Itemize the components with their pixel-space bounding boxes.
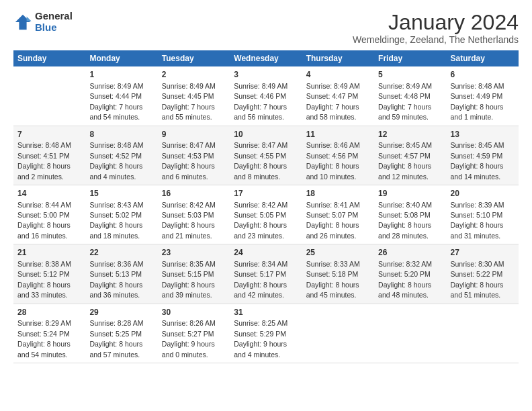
- sunset: Sunset: 5:18 PM: [306, 270, 359, 278]
- sunrise: Sunrise: 8:43 AM: [89, 201, 143, 209]
- sunset: Sunset: 5:10 PM: [451, 211, 503, 219]
- week-row-3: 14Sunrise: 8:44 AMSunset: 5:00 PMDayligh…: [13, 185, 519, 244]
- main-title: January 2024: [353, 11, 519, 34]
- day-number: 10: [234, 129, 298, 140]
- sunrise: Sunrise: 8:45 AM: [451, 141, 504, 149]
- day-number: 31: [234, 307, 298, 318]
- sunrise: Sunrise: 8:49 AM: [306, 82, 360, 90]
- cell-w5-d5: [302, 304, 374, 363]
- svg-marker-1: [27, 16, 32, 21]
- cell-w2-d6: 12Sunrise: 8:45 AMSunset: 4:57 PMDayligh…: [374, 126, 446, 185]
- day-number: 6: [451, 69, 515, 81]
- sunrise: Sunrise: 8:44 AM: [17, 201, 71, 209]
- sunset: Sunset: 5:13 PM: [89, 270, 142, 278]
- week-row-5: 28Sunrise: 8:29 AMSunset: 5:24 PMDayligh…: [13, 304, 519, 363]
- cell-w2-d3: 9Sunrise: 8:47 AMSunset: 4:53 PMDaylight…: [158, 126, 230, 185]
- day-number: 15: [89, 188, 153, 199]
- cell-w2-d7: 13Sunrise: 8:45 AMSunset: 4:59 PMDayligh…: [447, 126, 519, 185]
- daylight: Daylight: 7 hours and 56 minutes.: [234, 103, 287, 121]
- sunrise: Sunrise: 8:35 AM: [162, 260, 216, 268]
- week-row-1: 1Sunrise: 8:49 AMSunset: 4:44 PMDaylight…: [13, 66, 519, 126]
- col-saturday: Saturday: [447, 50, 519, 66]
- daylight: Daylight: 8 hours and 1 minute.: [451, 103, 504, 121]
- sunset: Sunset: 5:29 PM: [234, 330, 286, 338]
- day-number: 11: [306, 129, 370, 140]
- sunrise: Sunrise: 8:47 AM: [234, 141, 287, 149]
- daylight: Daylight: 7 hours and 54 minutes.: [89, 103, 142, 121]
- col-thursday: Thursday: [302, 50, 374, 66]
- cell-w4-d1: 21Sunrise: 8:38 AMSunset: 5:12 PMDayligh…: [13, 244, 85, 304]
- sunset: Sunset: 4:45 PM: [162, 92, 214, 100]
- sunrise: Sunrise: 8:49 AM: [162, 82, 216, 90]
- daylight: Daylight: 8 hours and 18 minutes.: [89, 221, 142, 239]
- sunrise: Sunrise: 8:33 AM: [306, 260, 360, 268]
- sunset: Sunset: 4:52 PM: [89, 152, 142, 160]
- week-row-2: 7Sunrise: 8:48 AMSunset: 4:51 PMDaylight…: [13, 126, 519, 185]
- sunset: Sunset: 4:51 PM: [17, 152, 70, 160]
- daylight: Daylight: 8 hours and 14 minutes.: [451, 162, 504, 180]
- day-number: 9: [162, 129, 226, 140]
- daylight: Daylight: 8 hours and 45 minutes.: [306, 281, 359, 299]
- day-number: 7: [17, 129, 81, 140]
- daylight: Daylight: 8 hours and 33 minutes.: [17, 281, 71, 299]
- cell-w1-d7: 6Sunrise: 8:48 AMSunset: 4:49 PMDaylight…: [447, 66, 519, 126]
- day-number: 13: [451, 129, 515, 140]
- day-number: 8: [89, 129, 153, 140]
- sunset: Sunset: 5:17 PM: [234, 270, 286, 278]
- daylight: Daylight: 8 hours and 12 minutes.: [378, 162, 431, 180]
- cell-w3-d2: 15Sunrise: 8:43 AMSunset: 5:02 PMDayligh…: [85, 185, 157, 244]
- cell-w3-d7: 20Sunrise: 8:39 AMSunset: 5:10 PMDayligh…: [447, 185, 519, 244]
- sunset: Sunset: 4:48 PM: [378, 92, 431, 100]
- col-wednesday: Wednesday: [230, 50, 302, 66]
- cell-w5-d7: [447, 304, 519, 363]
- cell-w1-d4: 3Sunrise: 8:49 AMSunset: 4:46 PMDaylight…: [230, 66, 302, 126]
- day-number: 18: [306, 188, 370, 199]
- sunset: Sunset: 4:47 PM: [306, 92, 359, 100]
- cell-w5-d4: 31Sunrise: 8:25 AMSunset: 5:29 PMDayligh…: [230, 304, 302, 363]
- cell-w2-d2: 8Sunrise: 8:48 AMSunset: 4:52 PMDaylight…: [85, 126, 157, 185]
- day-number: 30: [162, 307, 226, 318]
- daylight: Daylight: 8 hours and 21 minutes.: [162, 221, 215, 239]
- daylight: Daylight: 8 hours and 54 minutes.: [17, 340, 71, 358]
- daylight: Daylight: 8 hours and 39 minutes.: [162, 281, 215, 299]
- sunrise: Sunrise: 8:49 AM: [378, 82, 432, 90]
- page: General Blue January 2024 Wemeldinge, Ze…: [0, 0, 532, 370]
- sunrise: Sunrise: 8:29 AM: [17, 319, 71, 327]
- col-tuesday: Tuesday: [158, 50, 230, 66]
- logo: General Blue: [13, 11, 73, 33]
- col-monday: Monday: [85, 50, 157, 66]
- sunrise: Sunrise: 8:39 AM: [451, 201, 504, 209]
- day-number: 28: [17, 307, 81, 318]
- header-row: Sunday Monday Tuesday Wednesday Thursday…: [13, 50, 519, 66]
- daylight: Daylight: 8 hours and 42 minutes.: [234, 281, 287, 299]
- sunrise: Sunrise: 8:32 AM: [378, 260, 432, 268]
- cell-w3-d6: 19Sunrise: 8:40 AMSunset: 5:08 PMDayligh…: [374, 185, 446, 244]
- sunset: Sunset: 5:15 PM: [162, 270, 214, 278]
- sunrise: Sunrise: 8:45 AM: [378, 141, 432, 149]
- day-number: 1: [89, 69, 153, 81]
- day-number: 26: [378, 247, 442, 259]
- col-sunday: Sunday: [13, 50, 85, 66]
- cell-w5-d6: [374, 304, 446, 363]
- sunrise: Sunrise: 8:34 AM: [234, 260, 287, 268]
- sunset: Sunset: 4:56 PM: [306, 152, 359, 160]
- day-number: 22: [89, 247, 153, 259]
- daylight: Daylight: 8 hours and 16 minutes.: [17, 221, 71, 239]
- sunset: Sunset: 5:22 PM: [451, 270, 503, 278]
- daylight: Daylight: 8 hours and 2 minutes.: [17, 162, 71, 180]
- sunset: Sunset: 5:03 PM: [162, 211, 214, 219]
- cell-w4-d5: 25Sunrise: 8:33 AMSunset: 5:18 PMDayligh…: [302, 244, 374, 304]
- sunrise: Sunrise: 8:47 AM: [162, 141, 216, 149]
- daylight: Daylight: 8 hours and 57 minutes.: [89, 340, 142, 358]
- daylight: Daylight: 9 hours and 0 minutes.: [162, 340, 215, 358]
- day-number: 27: [451, 247, 515, 259]
- daylight: Daylight: 8 hours and 31 minutes.: [451, 221, 504, 239]
- col-friday: Friday: [374, 50, 446, 66]
- cell-w4-d4: 24Sunrise: 8:34 AMSunset: 5:17 PMDayligh…: [230, 244, 302, 304]
- sunrise: Sunrise: 8:28 AM: [89, 319, 143, 327]
- sunrise: Sunrise: 8:48 AM: [17, 141, 71, 149]
- daylight: Daylight: 7 hours and 55 minutes.: [162, 103, 215, 121]
- cell-w2-d4: 10Sunrise: 8:47 AMSunset: 4:55 PMDayligh…: [230, 126, 302, 185]
- day-number: 24: [234, 247, 298, 259]
- daylight: Daylight: 7 hours and 58 minutes.: [306, 103, 359, 121]
